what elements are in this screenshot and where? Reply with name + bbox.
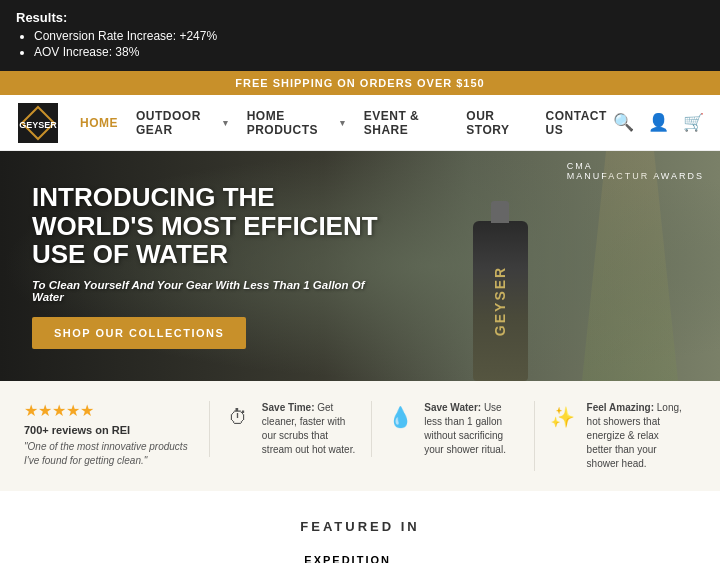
navigation: GEYSER HOME OUTDOOR GEAR ▾ HOME PRODUCTS… [0, 95, 720, 151]
nav-icons: 🔍 👤 🛒 [613, 112, 704, 133]
review-quote: "One of the most innovative products I'v… [24, 440, 189, 468]
water-icon: 💧 [384, 401, 416, 433]
time-icon: ⏱ [222, 401, 254, 433]
results-list: Conversion Rate Increase: +247% AOV Incr… [16, 29, 704, 59]
svg-text:GEYSER: GEYSER [19, 120, 57, 130]
expedition-portal-logo: EXPEDITION ✦ PORTAL [304, 554, 391, 563]
review-section: ★★★★★ 700+ reviews on REI "One of the mo… [24, 401, 209, 468]
hero-title: INTRODUCING THE WORLD'S MOST EFFICIENT U… [32, 183, 388, 269]
results-bar: Results: Conversion Rate Increase: +247%… [0, 0, 720, 71]
feature-save-water-text: Save Water: Use less than 1 gallon witho… [424, 401, 521, 457]
nav-links: HOME OUTDOOR GEAR ▾ HOME PRODUCTS ▾ EVEN… [80, 109, 613, 137]
results-title: Results: [16, 10, 704, 25]
nav-event-share[interactable]: EVENT & SHARE [364, 109, 449, 137]
hero-section: CMA MANUFACTUR AWARDS INTRODUCING THE WO… [0, 151, 720, 381]
hero-content: INTRODUCING THE WORLD'S MOST EFFICIENT U… [0, 183, 420, 349]
promo-text: FREE SHIPPING ON ORDERS OVER $150 [235, 77, 484, 89]
feature-save-time-text: Save Time: Get cleaner, faster with our … [262, 401, 359, 457]
chevron-down-icon: ▾ [223, 118, 229, 128]
result-item-2: AOV Increase: 38% [34, 45, 704, 59]
hero-subtitle: To Clean Yourself And Your Gear With Les… [32, 279, 388, 303]
cart-icon[interactable]: 🛒 [683, 112, 704, 133]
feature-save-time: ⏱ Save Time: Get cleaner, faster with ou… [209, 401, 371, 457]
result-item-1: Conversion Rate Increase: +247% [34, 29, 704, 43]
account-icon[interactable]: 👤 [648, 112, 669, 133]
promo-bar: FREE SHIPPING ON ORDERS OVER $150 [0, 71, 720, 95]
bottle-label: GEYSER [492, 266, 508, 336]
bottle-top [491, 201, 509, 223]
featured-logos: GEARJunkie Outside EXPEDITION ✦ PORTAL O… [24, 554, 696, 563]
feature-save-water: 💧 Save Water: Use less than 1 gallon wit… [371, 401, 533, 457]
features-bar: ★★★★★ 700+ reviews on REI "One of the mo… [0, 381, 720, 491]
search-icon[interactable]: 🔍 [613, 112, 634, 133]
nav-home-products[interactable]: HOME PRODUCTS ▾ [247, 109, 346, 137]
feature-feel-amazing: ✨ Feel Amazing: Long, hot showers that e… [534, 401, 696, 471]
nav-home[interactable]: HOME [80, 116, 118, 130]
bottle-visual: GEYSER [473, 221, 528, 381]
product-image: GEYSER [460, 151, 540, 381]
nav-outdoor-gear[interactable]: OUTDOOR GEAR ▾ [136, 109, 229, 137]
logo[interactable]: GEYSER [16, 101, 60, 145]
featured-title: FEATURED IN [24, 519, 696, 534]
amazing-icon: ✨ [547, 401, 579, 433]
nav-contact-us[interactable]: CONTACT US [546, 109, 613, 137]
review-count: 700+ reviews on REI [24, 424, 189, 436]
nav-our-story[interactable]: OUR STORY [466, 109, 527, 137]
shop-collections-button[interactable]: SHOP OUR COLLECTIONS [32, 317, 246, 349]
feature-feel-amazing-text: Feel Amazing: Long, hot showers that ene… [587, 401, 684, 471]
featured-section: FEATURED IN GEARJunkie Outside EXPEDITIO… [0, 491, 720, 563]
chevron-down-icon: ▾ [340, 118, 346, 128]
star-rating: ★★★★★ [24, 401, 189, 420]
